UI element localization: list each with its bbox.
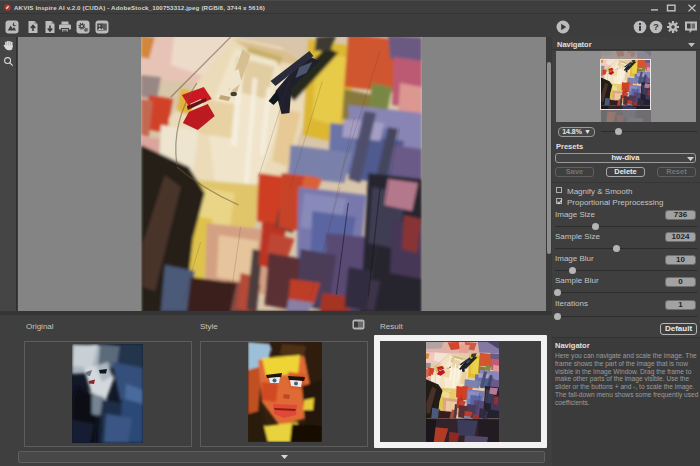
svg-text:?: ? (653, 21, 659, 32)
